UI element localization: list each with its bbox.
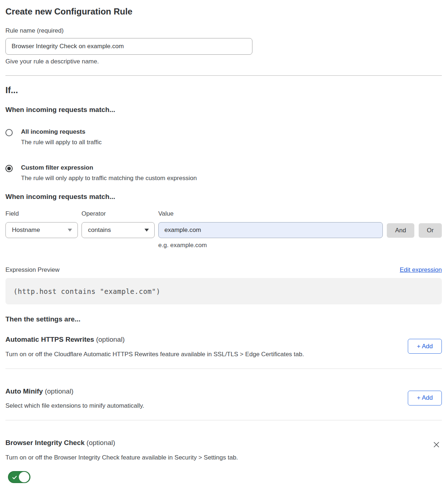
operator-select-value: contains: [88, 226, 111, 234]
section-divider: [5, 75, 442, 76]
radio-dot: [7, 167, 11, 170]
operator-select[interactable]: contains: [81, 222, 155, 238]
setting-title-name: Auto Minify: [5, 387, 43, 395]
page-title: Create new Configuration Rule: [5, 7, 442, 17]
setting-description: Turn on or off the Cloudflare Automatic …: [5, 351, 304, 358]
remove-setting-button[interactable]: [432, 440, 441, 449]
radio-option-label: All incoming requests: [21, 129, 102, 136]
setting-row-browser-integrity-check: Browser Integrity Check (optional) Turn …: [5, 439, 442, 483]
setting-optional-tag: (optional): [45, 387, 74, 395]
expression-preview-label: Expression Preview: [5, 266, 59, 274]
radio-option-description: The rule will only apply to traffic matc…: [21, 175, 197, 182]
setting-text: Automatic HTTPS Rewrites (optional) Turn…: [5, 336, 304, 358]
browser-integrity-check-toggle[interactable]: [8, 471, 30, 483]
radio-option-custom-filter-expression[interactable]: Custom filter expression The rule will o…: [5, 165, 442, 182]
setting-text: Browser Integrity Check (optional) Turn …: [5, 439, 238, 483]
rule-name-helper: Give your rule a descriptive name.: [5, 58, 442, 65]
setting-row-automatic-https-rewrites: Automatic HTTPS Rewrites (optional) Turn…: [5, 336, 442, 358]
chevron-down-icon: [145, 229, 149, 232]
setting-row-auto-minify: Auto Minify (optional) Select which file…: [5, 387, 442, 410]
radio-option-text: Custom filter expression The rule will o…: [21, 165, 197, 182]
expression-builder: Field Hostname Operator contains Value e…: [5, 211, 442, 249]
field-select-value: Hostname: [12, 226, 40, 234]
field-column: Field Hostname: [5, 211, 78, 238]
expression-code: (http.host contains "example.com"): [13, 287, 160, 295]
value-label: Value: [158, 211, 383, 217]
toggle-knob: [19, 472, 29, 482]
connector-buttons: And Or: [387, 223, 442, 238]
expression-preview-code-block: (http.host contains "example.com"): [5, 278, 442, 304]
value-input[interactable]: [158, 222, 383, 238]
chevron-down-icon: [68, 229, 72, 232]
and-button[interactable]: And: [387, 223, 414, 238]
check-icon: [12, 475, 17, 480]
rule-name-block: Rule name (required) Give your rule a de…: [5, 27, 442, 65]
field-label: Field: [5, 211, 78, 217]
value-column: Value e.g. example.com: [158, 211, 383, 249]
create-configuration-rule-form: Create new Configuration Rule Rule name …: [0, 0, 448, 489]
setting-title: Automatic HTTPS Rewrites (optional): [5, 336, 304, 344]
operator-label: Operator: [81, 211, 155, 217]
setting-optional-tag: (optional): [87, 439, 115, 446]
radio-option-description: The rule will apply to all traffic: [21, 139, 102, 146]
rule-name-label: Rule name (required): [5, 27, 442, 34]
match-subheading: When incoming requests match...: [5, 106, 442, 114]
field-select[interactable]: Hostname: [5, 222, 78, 238]
add-automatic-https-rewrites-button[interactable]: + Add: [408, 339, 442, 354]
setting-description: Turn on or off the Browser Integrity Che…: [5, 454, 238, 461]
if-heading: If...: [5, 85, 442, 95]
radio-option-all-incoming-requests[interactable]: All incoming requests The rule will appl…: [5, 129, 442, 146]
setting-divider: [5, 420, 442, 420]
builder-subheading: When incoming requests match...: [5, 193, 442, 201]
radio-selected-icon[interactable]: [5, 165, 13, 172]
operator-column: Operator contains: [81, 211, 155, 238]
setting-optional-tag: (optional): [96, 336, 125, 343]
setting-title: Browser Integrity Check (optional): [5, 439, 238, 447]
edit-expression-link[interactable]: Edit expression: [400, 266, 442, 274]
settings-heading: Then the settings are...: [5, 316, 442, 323]
expression-preview-header: Expression Preview Edit expression: [5, 266, 442, 274]
radio-option-text: All incoming requests The rule will appl…: [21, 129, 102, 146]
radio-option-label: Custom filter expression: [21, 165, 197, 171]
setting-text: Auto Minify (optional) Select which file…: [5, 387, 144, 410]
add-auto-minify-button[interactable]: + Add: [408, 391, 442, 406]
setting-description: Select which file extensions to minify a…: [5, 402, 144, 409]
setting-divider: [5, 369, 442, 369]
close-icon: [432, 441, 440, 449]
or-button[interactable]: Or: [419, 223, 442, 238]
radio-unselected-icon[interactable]: [5, 129, 13, 136]
rule-name-input[interactable]: [5, 38, 252, 55]
setting-title-name: Automatic HTTPS Rewrites: [5, 336, 94, 343]
setting-title: Auto Minify (optional): [5, 387, 144, 395]
setting-title-name: Browser Integrity Check: [5, 439, 85, 446]
value-helper: e.g. example.com: [158, 242, 383, 249]
